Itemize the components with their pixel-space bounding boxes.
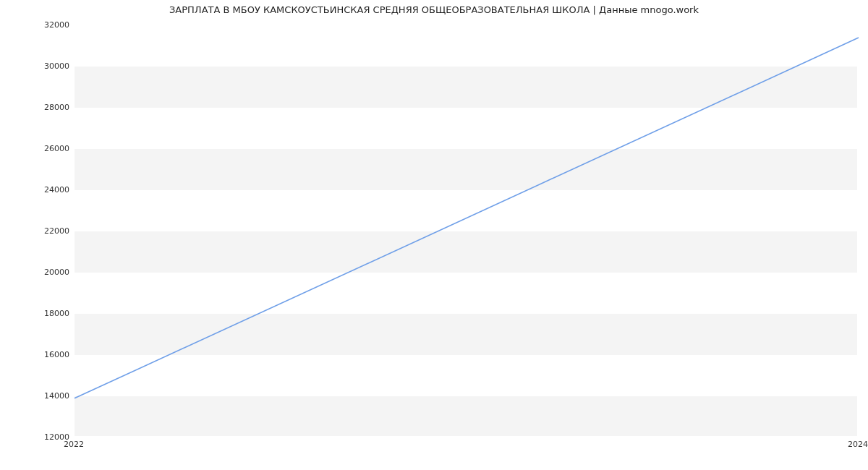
y-tick-label: 18000 [4,309,69,318]
y-tick-label: 32000 [4,20,69,30]
x-tick-label: 2022 [64,440,84,449]
y-tick-label: 14000 [4,391,69,401]
y-tick-label: 28000 [4,103,69,112]
chart-title: ЗАРПЛАТА В МБОУ КАМСКОУСТЬИНСКАЯ СРЕДНЯЯ… [0,4,868,15]
plot-area [74,25,858,437]
x-tick-label: 2024 [848,440,868,449]
y-tick-label: 22000 [4,226,69,236]
chart-container: ЗАРПЛАТА В МБОУ КАМСКОУСТЬИНСКАЯ СРЕДНЯЯ… [0,0,868,470]
y-tick-label: 16000 [4,350,69,359]
y-tick-label: 20000 [4,268,69,277]
y-tick-label: 12000 [4,432,69,442]
y-tick-label: 24000 [4,185,69,195]
y-tick-label: 26000 [4,144,69,153]
series-line [75,38,859,398]
line-layer [75,25,859,437]
y-tick-label: 30000 [4,61,69,71]
